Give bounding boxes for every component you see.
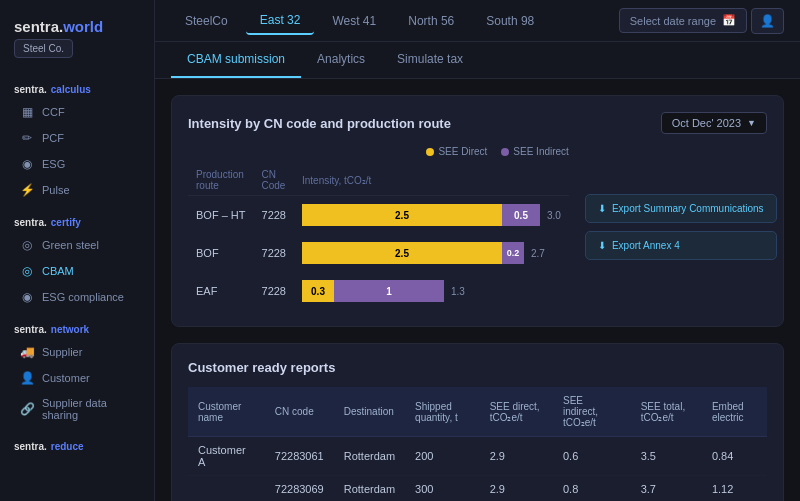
customer-a-cn1: 72283061 xyxy=(265,437,334,476)
nav-tab-west41[interactable]: West 41 xyxy=(318,8,390,34)
col-cn-code: CN Code xyxy=(254,165,294,196)
section-certify-title: sentra.certify xyxy=(0,213,154,232)
cn-eaf: 7228 xyxy=(254,272,294,310)
grid-icon: ▦ xyxy=(20,105,34,119)
user-profile-button[interactable]: 👤 xyxy=(751,8,784,34)
intensity-table: Production route CN Code Intensity, tCO₂… xyxy=(188,165,569,310)
total-eaf: 1.3 xyxy=(451,286,465,297)
route-eaf: EAF xyxy=(188,272,254,310)
section-calculus-title: sentra.calculus xyxy=(0,80,154,99)
sidebar-item-green-steel[interactable]: ◎ Green steel xyxy=(0,232,154,258)
section-calculus: sentra.calculus ▦ CCF ✏ PCF ◉ ESG ⚡ Puls… xyxy=(0,80,154,203)
download-icon-2: ⬇ xyxy=(598,240,606,251)
customer-a-name: Customer A xyxy=(188,437,265,476)
logo-world: world xyxy=(63,18,103,35)
customer-a-dest2: Rotterdam xyxy=(334,476,405,502)
nav-tab-north56[interactable]: North 56 xyxy=(394,8,468,34)
content-tab-bar: CBAM submission Analytics Simulate tax xyxy=(155,42,800,79)
main-content: SteelCo East 32 West 41 North 56 South 9… xyxy=(155,0,800,501)
chart-legend: SEE Direct SEE Indirect xyxy=(188,146,569,157)
bar-direct-bof: 2.5 xyxy=(302,242,502,264)
nav-tab-steelco[interactable]: SteelCo xyxy=(171,8,242,34)
chevron-down-icon: ▼ xyxy=(747,118,756,128)
table-row: EAF 7228 0.3 1 1.3 xyxy=(188,272,569,310)
intensity-date-range[interactable]: Oct Dec' 2023 ▼ xyxy=(661,112,767,134)
user-icon: 👤 xyxy=(760,14,775,28)
customer-table: Customer name CN code Destination Shippe… xyxy=(188,387,767,501)
bar-indirect-eaf: 1 xyxy=(334,280,444,302)
sidebar-item-esg[interactable]: ◉ ESG xyxy=(0,151,154,177)
customer-a-see-indirect1: 0.6 xyxy=(553,437,631,476)
truck-icon: 🚚 xyxy=(20,345,34,359)
total-bof-ht: 3.0 xyxy=(547,210,561,221)
bar-bof: 2.5 0.2 2.7 xyxy=(294,234,569,272)
table-row: BOF – HT 7228 2.5 0.5 3.0 xyxy=(188,196,569,235)
nav-tab-east32[interactable]: East 32 xyxy=(246,7,315,35)
col-embed-electric: Embed electric xyxy=(702,387,767,437)
sidebar-item-pcf[interactable]: ✏ PCF xyxy=(0,125,154,151)
table-row: BOF 7228 2.5 0.2 2.7 xyxy=(188,234,569,272)
circle-icon: ◉ xyxy=(20,157,34,171)
date-range-button[interactable]: Select date range 📅 xyxy=(619,8,747,33)
export-annex-button[interactable]: ⬇ Export Annex 4 xyxy=(585,231,777,260)
sidebar-item-supplier-data[interactable]: 🔗 Supplier data sharing xyxy=(0,391,154,427)
col-shipped-qty: Shipped quantity, t xyxy=(405,387,480,437)
tab-analytics[interactable]: Analytics xyxy=(301,42,381,78)
intensity-section-title: Intensity by CN code and production rout… xyxy=(188,116,451,131)
customer-a-cn2: 72283069 xyxy=(265,476,334,502)
company-badge: Steel Co. xyxy=(14,39,73,58)
bar-eaf: 0.3 1 1.3 xyxy=(294,272,569,310)
date-range-label: Select date range xyxy=(630,15,716,27)
bar-indirect-bof-ht: 0.5 xyxy=(502,204,540,226)
col-cn-code: CN code xyxy=(265,387,334,437)
bar-indirect-bof: 0.2 xyxy=(502,242,524,264)
export-summary-button[interactable]: ⬇ Export Summary Communications xyxy=(585,194,777,223)
sidebar-item-pulse[interactable]: ⚡ Pulse xyxy=(0,177,154,203)
sidebar-item-ccf[interactable]: ▦ CCF xyxy=(0,99,154,125)
customer-section-header: Customer ready reports xyxy=(188,360,767,375)
link-icon: 🔗 xyxy=(20,402,34,416)
see-indirect-dot xyxy=(501,148,509,156)
content-area: Intensity by CN code and production rout… xyxy=(155,79,800,501)
tab-cbam-submission[interactable]: CBAM submission xyxy=(171,42,301,78)
tab-simulate-tax[interactable]: Simulate tax xyxy=(381,42,479,78)
legend-see-direct-label: SEE Direct xyxy=(438,146,487,157)
section-network: sentra.network 🚚 Supplier 👤 Customer 🔗 S… xyxy=(0,320,154,427)
intensity-chart-left: SEE Direct SEE Indirect Production route… xyxy=(188,146,569,310)
route-bof: BOF xyxy=(188,234,254,272)
sidebar-item-customer[interactable]: 👤 Customer xyxy=(0,365,154,391)
legend-see-indirect-label: SEE Indirect xyxy=(513,146,569,157)
sidebar-item-cbam[interactable]: ◎ CBAM xyxy=(0,258,154,284)
export-buttons: ⬇ Export Summary Communications ⬇ Export… xyxy=(585,146,777,310)
bolt-icon: ⚡ xyxy=(20,183,34,197)
bar-direct-bof-ht: 2.5 xyxy=(302,204,502,226)
pencil-icon: ✏ xyxy=(20,131,34,145)
total-bof: 2.7 xyxy=(531,248,545,259)
intensity-chart-container: SEE Direct SEE Indirect Production route… xyxy=(188,146,767,310)
route-bof-ht: BOF – HT xyxy=(188,196,254,235)
legend-see-direct: SEE Direct xyxy=(426,146,487,157)
table-row: 72283069 Rotterdam 300 2.9 0.8 3.7 1.12 xyxy=(188,476,767,502)
intensity-date-label: Oct Dec' 2023 xyxy=(672,117,741,129)
customer-a-see-direct2: 2.9 xyxy=(480,476,553,502)
cbam-icon: ◎ xyxy=(20,264,34,278)
customer-a-dest1: Rotterdam xyxy=(334,437,405,476)
customer-section-title: Customer ready reports xyxy=(188,360,335,375)
customer-a-see-total2: 3.7 xyxy=(631,476,702,502)
compliance-icon: ◉ xyxy=(20,290,34,304)
cn-bof: 7228 xyxy=(254,234,294,272)
customer-a-embed1: 0.84 xyxy=(702,437,767,476)
customer-a-name2 xyxy=(188,476,265,502)
leaf-icon: ◎ xyxy=(20,238,34,252)
customer-a-see-total1: 3.5 xyxy=(631,437,702,476)
table-header-row: Customer name CN code Destination Shippe… xyxy=(188,387,767,437)
sidebar-item-supplier[interactable]: 🚚 Supplier xyxy=(0,339,154,365)
customer-a-qty2: 300 xyxy=(405,476,480,502)
top-navigation: SteelCo East 32 West 41 North 56 South 9… xyxy=(155,0,800,42)
user-icon: 👤 xyxy=(20,371,34,385)
legend-see-indirect: SEE Indirect xyxy=(501,146,569,157)
intensity-section: Intensity by CN code and production rout… xyxy=(171,95,784,327)
nav-tab-south98[interactable]: South 98 xyxy=(472,8,548,34)
sidebar-item-esg-compliance[interactable]: ◉ ESG compliance xyxy=(0,284,154,310)
col-customer-name: Customer name xyxy=(188,387,265,437)
